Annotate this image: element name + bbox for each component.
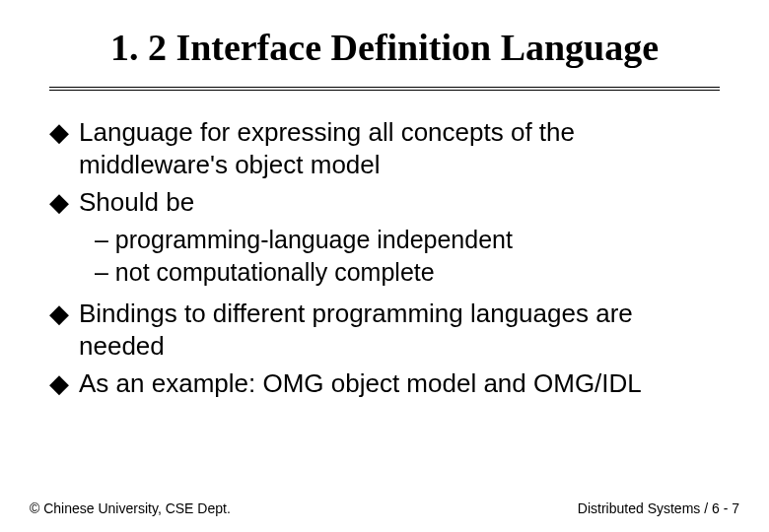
diamond-bullet-icon: ◆ <box>49 186 69 219</box>
diamond-bullet-icon: ◆ <box>49 367 69 400</box>
diamond-bullet-icon: ◆ <box>49 298 69 362</box>
footer-left: © Chinese University, CSE Dept. <box>30 500 231 516</box>
sub-bullet-list: – programming-language independent – not… <box>95 225 720 289</box>
title-divider <box>49 87 720 91</box>
slide-content: ◆ Language for expressing all concepts o… <box>49 116 720 400</box>
bullet-text: Bindings to different programming langua… <box>79 298 720 362</box>
bullet-item: ◆ Bindings to different programming lang… <box>49 298 720 362</box>
sub-bullet-item: – programming-language independent <box>95 225 720 255</box>
bullet-item: ◆ Should be <box>49 186 720 219</box>
sub-bullet-item: – not computationally complete <box>95 257 720 288</box>
slide-title: 1. 2 Interface Definition Language <box>49 26 720 69</box>
bullet-text: Language for expressing all concepts of … <box>79 116 720 180</box>
diamond-bullet-icon: ◆ <box>49 116 69 180</box>
bullet-text: Should be <box>79 186 720 219</box>
slide-footer: © Chinese University, CSE Dept. Distribu… <box>30 500 739 516</box>
bullet-item: ◆ As an example: OMG object model and OM… <box>49 367 720 400</box>
bullet-item: ◆ Language for expressing all concepts o… <box>49 116 720 180</box>
footer-right: Distributed Systems / 6 - 7 <box>578 500 739 516</box>
slide: 1. 2 Interface Definition Language ◆ Lan… <box>0 0 769 532</box>
bullet-text: As an example: OMG object model and OMG/… <box>79 367 720 400</box>
